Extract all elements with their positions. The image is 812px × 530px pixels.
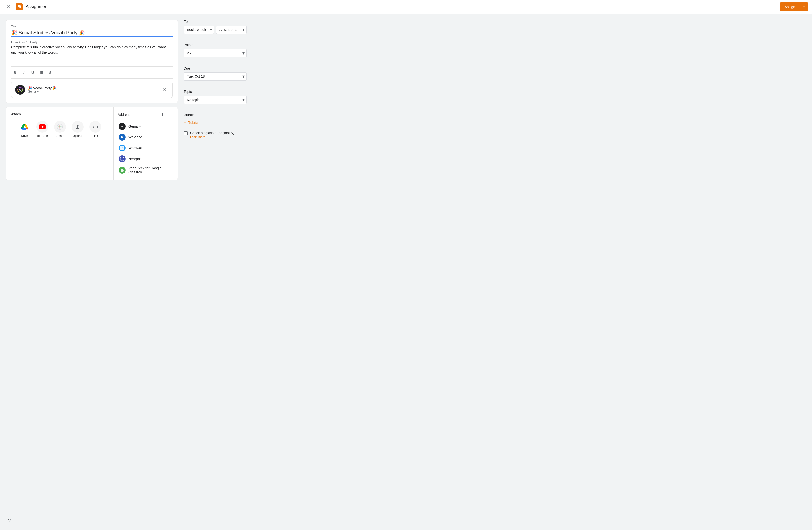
plagiarism-row: Check plagiarism (originality) Learn mor…	[184, 131, 247, 139]
topic-select[interactable]: No topic	[184, 96, 247, 104]
attach-drive-button[interactable]: Drive	[19, 121, 30, 138]
drive-icon	[19, 121, 30, 133]
title-divider	[11, 37, 173, 37]
attachment-icon: G	[15, 85, 25, 95]
upload-label: Upload	[73, 134, 82, 138]
for-section: For Social Studies ▾ All students ▾	[184, 20, 247, 34]
learn-more-link[interactable]: Learn more	[190, 136, 234, 139]
addon-genially[interactable]: G Genially	[118, 121, 174, 132]
addon-wordwall-name: Wordwall	[129, 146, 143, 150]
header: ✕ Assignment Assign	[0, 0, 812, 14]
attach-addons-card: Attach	[6, 107, 178, 180]
attach-upload-button[interactable]: Upload	[72, 121, 84, 138]
attach-title: Attach	[11, 112, 108, 116]
plagiarism-info: Check plagiarism (originality) Learn mor…	[190, 131, 234, 139]
genially-icon: G	[119, 123, 126, 130]
addon-peardeck-name: Pear Deck for Google Classroo...	[129, 166, 173, 174]
divider-2	[184, 62, 247, 62]
add-rubric-button[interactable]: + Rubric	[184, 119, 198, 126]
text-toolbar: B I U ☰ S	[11, 66, 173, 79]
list-button[interactable]: ☰	[38, 69, 45, 76]
due-section: Due Tue, Oct 18 ▾	[184, 66, 247, 81]
left-panel: Title Instructions (optional) Complete t…	[6, 20, 178, 524]
svg-text:G: G	[19, 88, 21, 91]
attach-icons: Drive YouTube	[11, 121, 108, 138]
divider-4	[184, 109, 247, 109]
svg-rect-13	[122, 146, 124, 148]
addons-more-button[interactable]: ⋮	[167, 111, 174, 118]
attach-link-button[interactable]: Link	[89, 121, 101, 138]
title-label: Title	[11, 25, 173, 28]
create-icon	[54, 121, 66, 133]
youtube-icon	[37, 121, 48, 133]
instructions-label: Instructions (optional)	[11, 41, 173, 44]
assign-button[interactable]: Assign	[780, 2, 800, 11]
assign-dropdown-button[interactable]	[800, 2, 808, 11]
attach-section: Attach	[6, 107, 114, 180]
plagiarism-checkbox[interactable]	[184, 131, 188, 135]
svg-text:G: G	[121, 125, 123, 128]
addons-section: Add-ons ℹ ⋮ G Genially	[114, 107, 177, 180]
topic-label: Topic	[184, 90, 247, 94]
bold-button[interactable]: B	[11, 69, 19, 76]
for-selects: Social Studies ▾ All students ▾	[184, 26, 247, 34]
due-select-wrapper: Tue, Oct 18 ▾	[184, 72, 247, 81]
rubric-label: Rubric	[184, 113, 247, 117]
attachment-source: Genially	[28, 90, 158, 94]
addons-header-icons: ℹ ⋮	[159, 111, 174, 118]
addon-peardeck[interactable]: Pear Deck for Google Classroo...	[118, 164, 174, 176]
addon-wevideo[interactable]: WeVideo	[118, 132, 174, 143]
italic-button[interactable]: I	[20, 69, 28, 76]
rubric-add-label: Rubric	[188, 121, 198, 125]
wordwall-icon	[119, 144, 126, 151]
attach-youtube-button[interactable]: YouTube	[37, 121, 48, 138]
due-select[interactable]: Tue, Oct 18	[184, 72, 247, 81]
addons-info-button[interactable]: ℹ	[159, 111, 166, 118]
attach-create-button[interactable]: Create	[54, 121, 66, 138]
upload-icon	[72, 121, 84, 133]
peardeck-icon	[119, 167, 126, 173]
addon-genially-name: Genially	[129, 124, 141, 128]
rubric-plus-icon: +	[184, 120, 186, 125]
rubric-section: Rubric + Rubric	[184, 113, 247, 126]
help-button[interactable]: ?	[5, 516, 14, 525]
wevideo-icon	[119, 134, 126, 141]
create-label: Create	[55, 134, 64, 138]
drive-label: Drive	[21, 134, 28, 138]
assign-button-group: Assign	[780, 2, 808, 11]
points-section: Points 25 ▾	[184, 43, 247, 57]
addons-title: Add-ons	[118, 113, 130, 116]
attachment-name: 🎉 Vocab Party 🎉	[28, 86, 158, 90]
right-panel: For Social Studies ▾ All students ▾	[178, 20, 247, 524]
instructions-text[interactable]: Complete this fun interactive vocabulary…	[11, 45, 173, 65]
page-title: Assignment	[26, 4, 777, 9]
title-input[interactable]	[11, 29, 173, 37]
class-select-wrapper: Social Studies ▾	[184, 26, 214, 34]
students-select-wrapper: All students ▾	[216, 26, 247, 34]
strikethrough-button[interactable]: S	[46, 69, 54, 76]
due-label: Due	[184, 66, 247, 70]
attachment-info: 🎉 Vocab Party 🎉 Genially	[28, 86, 158, 94]
link-icon	[89, 121, 101, 133]
close-button[interactable]: ✕	[4, 2, 13, 11]
attachment-remove-button[interactable]: ✕	[161, 86, 169, 94]
addon-wevideo-name: WeVideo	[129, 135, 142, 139]
points-label: Points	[184, 43, 247, 47]
link-label: Link	[92, 134, 98, 138]
for-label: For	[184, 20, 247, 24]
plagiarism-label: Check plagiarism (originality)	[190, 131, 234, 135]
svg-rect-12	[120, 146, 122, 148]
topic-select-wrapper: No topic ▾	[184, 96, 247, 104]
students-select[interactable]: All students	[216, 26, 247, 34]
addon-nearpod[interactable]: Nearpod	[118, 153, 174, 164]
attachment-item: G 🎉 Vocab Party 🎉 Genially ✕	[11, 82, 173, 98]
main-layout: Title Instructions (optional) Complete t…	[0, 14, 812, 530]
youtube-label: YouTube	[37, 134, 48, 138]
addon-wordwall[interactable]: Wordwall	[118, 143, 174, 153]
class-select[interactable]: Social Studies	[184, 26, 214, 34]
points-select[interactable]: 25	[184, 49, 247, 57]
assignment-details-card: Title Instructions (optional) Complete t…	[6, 20, 178, 103]
addons-header: Add-ons ℹ ⋮	[118, 111, 174, 118]
assignment-icon	[16, 3, 23, 10]
underline-button[interactable]: U	[29, 69, 37, 76]
